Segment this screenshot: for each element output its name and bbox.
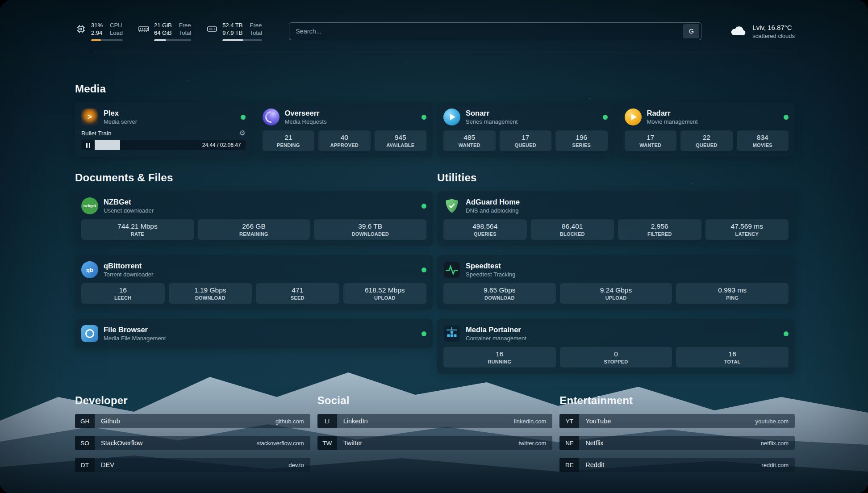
stat-running: 16RUNNING — [443, 347, 556, 368]
stat-queued: 17QUEUED — [500, 130, 552, 151]
stat-ping: 0.993 msPING — [676, 283, 789, 304]
app-card-portainer[interactable]: Media Portainer Container management 16R… — [437, 319, 795, 374]
app-name: NZBGet — [104, 197, 154, 207]
app-subtitle: Usenet downloader — [104, 207, 154, 214]
bookmark-badge: NF — [559, 436, 579, 450]
cpu-percent: 31% — [91, 21, 103, 29]
disk-widget: 52.4 TB 97.9 TB Free Total — [206, 21, 262, 41]
section-title-entertainment: Entertainment — [559, 394, 795, 407]
app-card-qbittorrent[interactable]: qb qBittorrent Torrent downloader 16LEEC… — [75, 255, 433, 310]
disk-free: 52.4 TB — [222, 21, 242, 29]
app-name: Media Portainer — [466, 325, 526, 334]
disk-label-top: Free — [250, 21, 262, 29]
bookmark-group-developer: Developer GH Github github.com SO StackO… — [75, 394, 310, 480]
stat-approved: 40APPROVED — [318, 130, 371, 151]
bookmark-badge: GH — [75, 414, 95, 428]
app-card-nzbget[interactable]: nzbget NZBGet Usenet downloader 744.21 M… — [75, 191, 433, 246]
app-card-overseerr[interactable]: Overseerr Media Requests 21PENDING 40APP… — [256, 102, 433, 157]
app-card-speedtest[interactable]: Speedtest Speedtest Tracking 9.65 GbpsDO… — [437, 255, 795, 310]
bookmark-badge: RE — [559, 458, 579, 472]
bookmark-linkedin[interactable]: LI LinkedIn linkedin.com — [317, 414, 553, 428]
stat-blocked: 86,401BLOCKED — [531, 219, 614, 240]
status-dot — [421, 204, 426, 209]
ram-free: 21 GiB — [154, 21, 172, 29]
cpu-usage-bar — [91, 39, 123, 41]
ram-label-top: Free — [179, 21, 191, 29]
stat-download: 9.65 GbpsDOWNLOAD — [443, 283, 556, 304]
stat-leech: 16LEECH — [81, 283, 165, 304]
disk-label-bottom: Total — [250, 29, 262, 37]
app-subtitle: DNS and adblocking — [466, 207, 520, 214]
dashboard-screen: 31% 2.94 CPU Load — [0, 0, 868, 493]
bookmark-group-social: Social LI LinkedIn linkedin.com TW Twitt… — [317, 394, 553, 458]
sonarr-icon — [443, 109, 460, 125]
bookmark-badge: DT — [75, 458, 95, 472]
app-card-filebrowser[interactable]: File Browser Media File Management — [75, 319, 433, 348]
app-subtitle: Torrent downloader — [104, 271, 153, 278]
disk-total: 97.9 TB — [222, 29, 242, 37]
app-name: Radarr — [647, 109, 698, 118]
overseerr-icon — [263, 109, 280, 125]
bookmark-reddit[interactable]: RE Reddit reddit.com — [559, 458, 795, 472]
bookmark-github[interactable]: GH Github github.com — [75, 414, 310, 428]
section-title-documents: Documents & Files — [75, 171, 433, 184]
search-input[interactable] — [296, 28, 683, 35]
app-card-adguard[interactable]: AdGuard Home DNS and adblocking 498,564Q… — [437, 191, 795, 246]
page-content: 31% 2.94 CPU Load — [0, 0, 868, 480]
bookmark-dev[interactable]: DT DEV dev.to — [75, 458, 310, 472]
app-card-plex[interactable]: Plex Media server Bullet Train ⚙ 24:44 /… — [75, 102, 252, 157]
utilities-column: Utilities AdGuard Home — [437, 157, 795, 374]
top-bar: 31% 2.94 CPU Load — [75, 0, 795, 45]
app-name: Sonarr — [466, 109, 517, 118]
app-name: AdGuard Home — [466, 197, 520, 207]
bookmark-twitter[interactable]: TW Twitter twitter.com — [317, 436, 553, 450]
status-dot — [421, 115, 426, 120]
now-playing-title: Bullet Train — [81, 130, 112, 137]
pause-button[interactable] — [81, 140, 95, 150]
weather-widget: Lviv, 16.87°C scattered clouds — [728, 23, 795, 40]
bookmark-badge: YT — [559, 414, 579, 428]
status-dot — [603, 115, 608, 120]
app-subtitle: Movie management — [647, 118, 698, 125]
plex-player-bar: 24:44 / 02:06:47 — [81, 140, 246, 150]
stat-pending: 21PENDING — [263, 130, 315, 151]
section-title-media: Media — [75, 83, 795, 95]
bookmark-youtube[interactable]: YT YouTube youtube.com — [559, 414, 795, 428]
section-title-social: Social — [317, 394, 553, 407]
stat-total: 16TOTAL — [676, 347, 789, 368]
app-subtitle: Media File Management — [104, 334, 166, 342]
bookmark-stackoverflow[interactable]: SO StackOverflow stackoverflow.com — [75, 436, 310, 450]
status-dot — [241, 115, 246, 120]
bookmark-netflix[interactable]: NF Netflix netflix.com — [559, 436, 795, 450]
bookmark-badge: TW — [317, 436, 337, 450]
stat-series: 196SERIES — [555, 130, 608, 151]
app-card-sonarr[interactable]: Sonarr Series management 485WANTED 17QUE… — [437, 102, 614, 157]
ram-total: 64 GiB — [154, 29, 172, 37]
app-subtitle: Speedtest Tracking — [466, 271, 515, 278]
qbittorrent-icon: qb — [81, 261, 98, 278]
status-dot — [421, 267, 426, 272]
section-title-developer: Developer — [75, 394, 310, 407]
header-divider — [75, 52, 795, 52]
stat-downloaded: 39.6 TBDOWNLOADED — [314, 219, 426, 240]
app-name: File Browser — [104, 325, 166, 334]
bookmark-badge: LI — [317, 414, 337, 428]
gear-icon[interactable]: ⚙ — [239, 130, 245, 137]
app-subtitle: Media Requests — [285, 118, 327, 125]
status-dot — [784, 115, 789, 120]
section-title-utilities: Utilities — [437, 171, 795, 184]
stat-queries: 498,564QUERIES — [443, 219, 527, 240]
filebrowser-icon — [81, 325, 98, 342]
app-card-radarr[interactable]: Radarr Movie management 17WANTED 22QUEUE… — [618, 102, 795, 157]
stat-queued: 22QUEUED — [680, 130, 733, 151]
app-name: qBittorrent — [104, 261, 153, 271]
cloud-icon — [728, 23, 747, 40]
nzbget-icon: nzbget — [81, 197, 98, 214]
search-bar: G — [289, 22, 701, 40]
bookmarks-row: Developer GH Github github.com SO StackO… — [75, 394, 795, 480]
search-engine-button[interactable]: G — [683, 24, 699, 38]
cpu-label-top: CPU — [110, 21, 123, 29]
weather-condition: scattered clouds — [752, 32, 795, 40]
app-subtitle: Container management — [466, 334, 526, 342]
stat-upload: 9.24 GbpsUPLOAD — [560, 283, 672, 304]
